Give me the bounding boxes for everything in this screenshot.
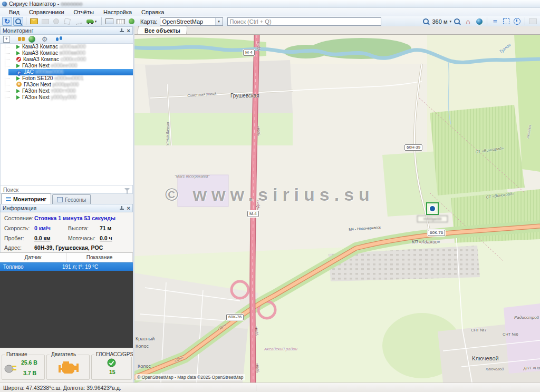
- sensor-column-header[interactable]: Показание: [66, 253, 133, 262]
- polygon-icon: [64, 18, 71, 25]
- map-label: СНТ №7: [471, 328, 487, 332]
- menu-bar: ВидСправочникиОтчётыНастройкаСправка: [0, 8, 540, 16]
- map-label: Грушевская: [230, 93, 259, 99]
- vehicle-row[interactable]: ГАЗон Next у000уу000: [1, 94, 133, 101]
- circle-geozone-button[interactable]: [51, 17, 61, 26]
- settings-button[interactable]: ⚙: [41, 36, 49, 43]
- vehicle-row[interactable]: КамАЗ Компас с000сс000: [1, 56, 133, 63]
- pin-icon[interactable]: [119, 28, 124, 33]
- vehicle-row[interactable]: ГАЗон Next е000ее000: [1, 63, 133, 69]
- state-label: Состояние:: [4, 215, 33, 221]
- tariff-button[interactable]: [127, 17, 137, 26]
- road-shield: 60К-76: [428, 230, 445, 236]
- map-label: Аксайский район: [264, 347, 297, 351]
- tab-geozones[interactable]: Геозоны: [52, 194, 91, 204]
- monitoring-toolbar: + ⚙: [0, 35, 133, 44]
- vehicle-status-icon-moving: [16, 89, 20, 93]
- sensor-column-header[interactable]: Датчик: [0, 253, 66, 262]
- show-on-map-button[interactable]: [28, 36, 36, 43]
- gnss-satellites-count: 15: [109, 369, 115, 375]
- vehicle-row[interactable]: КамАЗ Компас а000аа000: [1, 44, 133, 50]
- vehicle-row[interactable]: ГАЗон Next т000тт000: [1, 88, 133, 94]
- hours-value[interactable]: 0.0 ч: [100, 235, 112, 241]
- vehicle-plate-censored: з000вв0006: [35, 69, 64, 75]
- menu-item[interactable]: Отчёты: [69, 9, 99, 15]
- map-label: Аксайск: [526, 125, 532, 139]
- zoom-scale-dropdown-icon[interactable]: ▾: [449, 19, 451, 24]
- power-backup-voltage: 3.7 В: [23, 370, 36, 376]
- tree-search-row[interactable]: Поиск: [0, 185, 133, 194]
- home-button[interactable]: ⌂: [463, 17, 473, 26]
- mileage-label: Пробег:: [4, 235, 24, 241]
- engine-groupbox: Двигатель: [46, 355, 90, 380]
- dropdown-arrow-icon: ▾: [95, 19, 97, 24]
- sensor-table-empty-area: [0, 271, 133, 348]
- area-select-button[interactable]: [501, 17, 511, 26]
- footprints-icon: [56, 37, 59, 41]
- vehicle-name: JAC: [24, 69, 35, 75]
- open-folder-button[interactable]: [40, 17, 50, 26]
- menu-item[interactable]: Настройка: [99, 9, 137, 15]
- polygon-geozone-button[interactable]: [62, 17, 72, 26]
- map-label: Тузлов: [498, 42, 512, 54]
- filter-funnel-icon[interactable]: [124, 188, 130, 191]
- vehicle-name: КамАЗ Компас: [23, 56, 61, 62]
- close-icon[interactable]: ×: [127, 28, 130, 33]
- find-vehicle-button[interactable]: [15, 36, 23, 43]
- track-button[interactable]: [53, 36, 61, 43]
- binoculars-icon: [18, 37, 21, 41]
- map-select-label: Карта:: [140, 18, 158, 25]
- home-icon: ⌂: [466, 18, 470, 25]
- status-bar: Широта: 47.43238°с.ш. Долгота: 39.96423°…: [0, 383, 540, 392]
- list-icon: [6, 197, 11, 201]
- polygon-icon: [57, 197, 63, 202]
- search-tool-button[interactable]: [13, 17, 23, 26]
- map-tab-strip: Все объекты: [134, 26, 540, 35]
- messages-button[interactable]: [528, 17, 538, 26]
- gear-icon: ⚙: [42, 36, 48, 43]
- vehicle-plate-censored: н000нн0001: [54, 75, 84, 81]
- vehicle-row[interactable]: Foton SE120 н000нн0001: [1, 75, 133, 82]
- info-panel-title: Информация: [3, 205, 36, 211]
- left-tabs: МониторингГеозоны: [0, 194, 133, 204]
- tab-monitoring[interactable]: Мониторинг: [1, 193, 51, 204]
- pin-icon[interactable]: [119, 206, 124, 211]
- world-view-button[interactable]: [474, 17, 484, 26]
- map-labels-layer: Советская улицаГрушевскаяулица Дачная"Ma…: [134, 35, 540, 383]
- map-canvas[interactable]: Советская улицаГрушевскаяулица Дачная"Ma…: [134, 35, 540, 383]
- globe-icon: [476, 18, 483, 25]
- zoom-out-button[interactable]: [452, 17, 462, 26]
- map-label: «Дон»: [256, 42, 260, 52]
- expand-all-button[interactable]: +: [3, 36, 11, 43]
- send-command-button[interactable]: [29, 17, 39, 26]
- vehicle-plate-censored: в000вв000: [60, 50, 85, 56]
- legend-button[interactable]: ≡: [490, 17, 500, 26]
- vehicle-row[interactable]: ГАЗон Next р000рр000: [1, 82, 133, 88]
- search-input[interactable]: [227, 17, 381, 26]
- monitoring-panel-title: Мониторинг: [3, 27, 33, 34]
- close-icon[interactable]: ×: [127, 205, 130, 211]
- vehicle-row[interactable]: PJAC з000вв0006: [8, 69, 133, 75]
- monitor-button[interactable]: [104, 17, 114, 26]
- mileage-value[interactable]: 0.0 км: [34, 235, 51, 241]
- menu-item[interactable]: Справка: [137, 9, 169, 15]
- vehicle-row[interactable]: КамАЗ Компас в000вв000: [1, 50, 133, 56]
- vehicle-status-icon-moving: [16, 45, 20, 49]
- map-label: М4 - Новочеркасск: [349, 226, 381, 231]
- refresh-button[interactable]: ↻: [2, 17, 12, 26]
- keyboard-button[interactable]: [115, 17, 126, 26]
- history-button[interactable]: [512, 17, 522, 26]
- map-label: «Дон»: [254, 326, 258, 336]
- vehicle-marker[interactable]: [426, 202, 439, 215]
- vehicle-tool-button[interactable]: ▾: [84, 17, 99, 26]
- map-tab-all-objects[interactable]: Все объекты: [137, 26, 187, 34]
- map-attribution: © OpenStreetMap - Map data ©2025 OpenStr…: [136, 374, 245, 380]
- map-select-combo[interactable]: OpenStreetMap ▾: [160, 17, 223, 26]
- menu-item[interactable]: Вид: [4, 9, 24, 15]
- road-shield: М-4: [243, 50, 255, 56]
- route-button[interactable]: [73, 17, 83, 26]
- zoom-in-button[interactable]: [421, 17, 431, 26]
- menu-item[interactable]: Справочники: [24, 9, 69, 15]
- map-label: СТ «Виноград»: [475, 146, 504, 154]
- vehicle-status-icon-moving: [16, 51, 20, 55]
